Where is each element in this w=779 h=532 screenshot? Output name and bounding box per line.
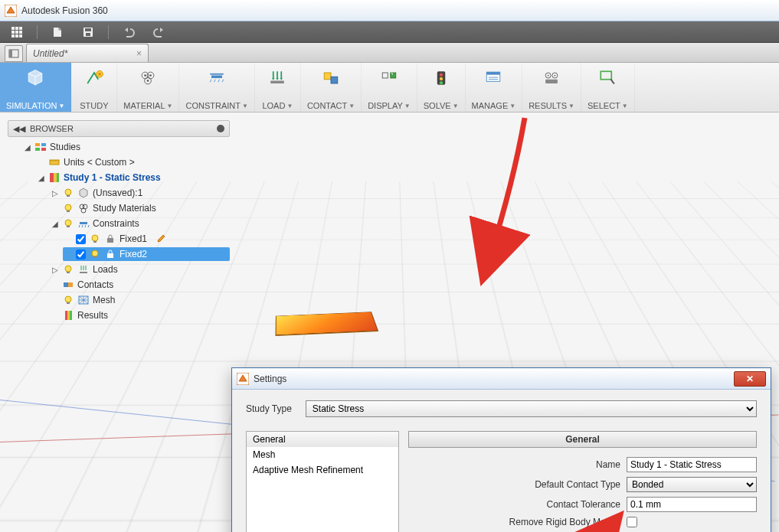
save-button[interactable] <box>77 24 99 40</box>
ribbon-label: MATERIAL <box>123 101 165 110</box>
dialog-close-button[interactable]: ✕ <box>734 371 766 387</box>
ribbon-constraint[interactable]: CONSTRAINT▼ <box>179 63 254 112</box>
close-tab-icon[interactable]: × <box>136 48 142 59</box>
svg-rect-52 <box>67 211 70 212</box>
category-general[interactable]: General <box>247 432 398 447</box>
node-label: Loads <box>93 264 118 275</box>
svg-rect-46 <box>50 173 54 182</box>
field-label-contact-tolerance: Contact Tolerance <box>408 499 627 510</box>
svg-point-38 <box>548 75 549 77</box>
file-menu-button[interactable] <box>47 24 68 40</box>
category-mesh[interactable]: Mesh <box>247 447 398 462</box>
redo-button[interactable] <box>149 24 170 40</box>
ribbon-manage[interactable]: MANAGE▼ <box>466 63 523 112</box>
studies-icon <box>34 141 47 153</box>
svg-rect-2 <box>15 27 18 30</box>
bulb-icon[interactable] <box>62 294 74 306</box>
panel-options-icon[interactable] <box>217 125 224 132</box>
tree-node-units[interactable]: ◢ Units < Custom > <box>35 155 230 169</box>
lock-icon <box>104 248 116 260</box>
study-name-input[interactable] <box>627 457 757 472</box>
expand-toggle-icon[interactable]: ▷ <box>51 189 59 197</box>
svg-rect-40 <box>601 71 612 80</box>
caret-down-icon: ▼ <box>349 103 355 109</box>
tree-node-study1[interactable]: ◢ Study 1 - Static Stress <box>35 171 230 184</box>
expand-toggle-icon[interactable]: ◢ <box>38 174 45 182</box>
load-icon <box>77 263 90 276</box>
tree-node-materials[interactable]: ▷ Study Materials <box>49 201 230 215</box>
tree-node-unsaved[interactable]: ▷ (Unsaved):1 <box>49 186 230 200</box>
svg-rect-8 <box>15 34 18 38</box>
svg-rect-61 <box>107 238 113 243</box>
tree-node-loads[interactable]: ▷ Loads <box>49 263 230 276</box>
ribbon-load[interactable]: LOAD▼ <box>255 63 301 112</box>
contact-type-select[interactable]: Bonded <box>627 477 757 492</box>
bulb-icon[interactable] <box>89 248 101 260</box>
separator <box>108 25 109 39</box>
svg-rect-74 <box>67 311 70 320</box>
visibility-checkbox[interactable] <box>76 250 86 259</box>
bulb-icon[interactable] <box>89 233 101 245</box>
svg-point-39 <box>555 75 556 77</box>
svg-point-55 <box>81 208 86 213</box>
data-panel-toggle[interactable] <box>5 45 23 62</box>
remove-rigid-body-modes-checkbox[interactable] <box>627 517 637 527</box>
bulb-icon[interactable] <box>62 217 74 230</box>
results-icon <box>541 66 562 90</box>
ribbon-label: STUDY <box>80 101 108 110</box>
ribbon-select[interactable]: SELECT▼ <box>581 63 635 112</box>
svg-rect-42 <box>41 143 46 146</box>
svg-rect-22 <box>211 76 222 79</box>
workspace-switcher[interactable]: SIMULATION▼ <box>0 63 71 112</box>
node-label: (Unsaved):1 <box>93 188 142 198</box>
tree-node-studies[interactable]: ◢ Studies <box>21 140 230 154</box>
study-type-select[interactable]: Static Stress <box>306 400 757 417</box>
material-icon <box>137 66 159 90</box>
dialog-titlebar[interactable]: Settings ✕ <box>232 368 771 390</box>
viewport[interactable]: ◀◀ BROWSER ◢ Studies ◢ Units < Cust <box>0 113 779 532</box>
tree-node-results[interactable]: ▷ Results <box>49 308 230 322</box>
ribbon-contact[interactable]: CONTACT▼ <box>301 63 362 112</box>
visibility-checkbox[interactable] <box>76 234 86 244</box>
browser-header[interactable]: ◀◀ BROWSER <box>8 120 230 137</box>
tree-node-fixed2[interactable]: ▷ Fixed2 <box>63 247 230 261</box>
svg-rect-34 <box>487 72 501 75</box>
expand-toggle-icon[interactable]: ▷ <box>51 266 59 274</box>
caret-down-icon: ▼ <box>167 103 173 109</box>
ribbon-solve[interactable]: SOLVE▼ <box>417 63 466 112</box>
svg-point-30 <box>439 73 442 76</box>
bulb-icon[interactable] <box>62 202 74 214</box>
node-label: Fixed1 <box>119 233 147 244</box>
bulb-icon[interactable] <box>62 187 74 199</box>
bulb-icon[interactable] <box>62 263 74 276</box>
category-amr[interactable]: Adaptive Mesh Refinement <box>247 462 398 478</box>
node-label: Contacts <box>77 279 113 290</box>
undo-button[interactable] <box>118 24 139 40</box>
svg-rect-47 <box>54 173 57 182</box>
ribbon-label: LOAD <box>262 101 285 110</box>
ribbon-study[interactable]: STUDY <box>71 63 117 112</box>
ribbon-display[interactable]: DISPLAY▼ <box>362 63 417 112</box>
tree-node-constraints[interactable]: ◢ Constraints <box>49 217 230 230</box>
svg-rect-60 <box>93 241 97 243</box>
svg-point-65 <box>65 266 71 272</box>
collapse-left-icon[interactable]: ◀◀ <box>13 124 25 134</box>
caret-down-icon: ▼ <box>404 103 411 109</box>
tree-node-fixed1[interactable]: ▷ Fixed1 <box>63 232 230 246</box>
expand-toggle-icon[interactable]: ◢ <box>24 143 31 152</box>
expand-toggle-icon[interactable]: ◢ <box>51 220 59 228</box>
document-tab[interactable]: Untitled* × <box>26 44 149 62</box>
ribbon-material[interactable]: MATERIAL▼ <box>117 63 179 112</box>
svg-point-62 <box>92 250 98 256</box>
svg-rect-26 <box>331 77 338 83</box>
tree-node-contacts[interactable]: ▷ Contacts <box>49 278 230 292</box>
caret-down-icon: ▼ <box>453 103 459 109</box>
contact-tolerance-input[interactable] <box>627 497 757 512</box>
svg-rect-3 <box>19 27 22 30</box>
field-label-contact-type: Default Contact Type <box>408 479 627 490</box>
grid-menu-button[interactable] <box>6 24 28 40</box>
ribbon-results[interactable]: RESULTS▼ <box>522 63 581 112</box>
tree-node-mesh[interactable]: ▷ Mesh <box>49 293 230 307</box>
pencil-icon[interactable] <box>155 233 167 245</box>
node-label: Study Materials <box>93 203 156 214</box>
